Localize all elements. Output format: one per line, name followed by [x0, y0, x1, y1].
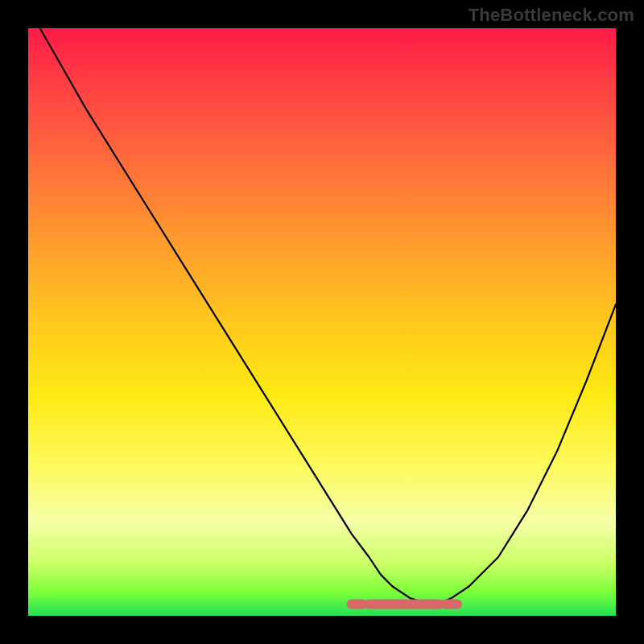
plot-area — [28, 28, 616, 616]
chart-svg — [28, 28, 616, 616]
chart-frame: TheBottleneck.com — [0, 0, 644, 644]
watermark-text: TheBottleneck.com — [469, 5, 634, 26]
curve-path — [40, 28, 616, 604]
